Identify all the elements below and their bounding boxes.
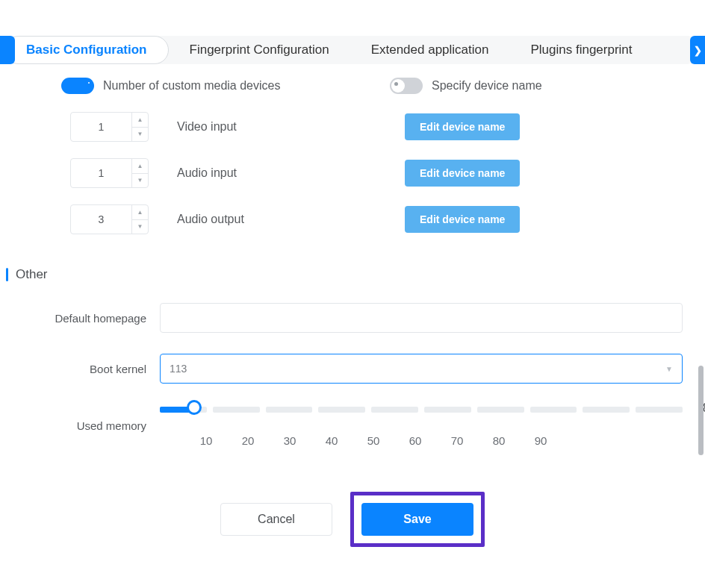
section-title-other: Other: [16, 267, 48, 282]
tab-scroll-left[interactable]: [0, 36, 15, 64]
tab-scroll-right[interactable]: ❯: [690, 36, 705, 64]
boot-kernel-value: 113: [170, 363, 187, 375]
audio-input-label: Audio input: [177, 166, 405, 180]
chevron-up-icon[interactable]: ▲: [132, 205, 148, 220]
boot-kernel-select[interactable]: 113 ▼: [160, 354, 683, 384]
audio-output-label: Audio output: [177, 213, 405, 226]
audio-output-value: 3: [71, 213, 131, 225]
tab-plugins-fingerprint[interactable]: Plugins fingerprint: [509, 36, 653, 64]
video-input-label: Video input: [177, 120, 405, 134]
chevron-down-icon[interactable]: ▼: [132, 174, 148, 188]
edit-audio-input-device-button[interactable]: Edit device name: [405, 160, 520, 187]
save-button[interactable]: Save: [361, 503, 473, 536]
slider-thumb[interactable]: [187, 400, 202, 415]
toggle-specify-device-name[interactable]: [390, 78, 423, 94]
chevron-down-icon[interactable]: ▼: [132, 220, 148, 234]
edit-audio-output-device-button[interactable]: Edit device name: [405, 206, 520, 233]
toggle-custom-media-devices[interactable]: [61, 78, 94, 94]
video-input-value: 1: [71, 121, 131, 133]
audio-input-value: 1: [71, 167, 131, 179]
edit-video-device-button[interactable]: Edit device name: [405, 113, 520, 140]
cancel-button[interactable]: Cancel: [220, 503, 332, 536]
toggle-custom-media-label: Number of custom media devices: [103, 79, 280, 93]
boot-kernel-label: Boot kernel: [13, 363, 160, 375]
chevron-down-icon: ▼: [665, 365, 673, 373]
chevron-right-icon: ❯: [694, 45, 702, 56]
tab-extended-application[interactable]: Extended application: [350, 36, 510, 64]
chevron-down-icon[interactable]: ▼: [132, 128, 148, 142]
default-homepage-label: Default homepage: [13, 312, 160, 325]
used-memory-slider[interactable]: 8% 10 20 30 40 50 60 70 80 90: [160, 404, 683, 447]
chevron-up-icon[interactable]: ▲: [132, 113, 148, 128]
tab-basic-configuration[interactable]: Basic Configuration: [4, 36, 169, 64]
section-accent-bar: [6, 268, 8, 281]
audio-input-stepper[interactable]: 1 ▲ ▼: [70, 158, 149, 188]
video-input-stepper[interactable]: 1 ▲ ▼: [70, 112, 149, 142]
tab-bar: Basic Configuration Fingerprint Configur…: [4, 36, 701, 64]
tab-fingerprint-configuration[interactable]: Fingerprint Configuration: [169, 36, 350, 64]
save-highlight-box: Save: [350, 492, 485, 547]
chevron-up-icon[interactable]: ▲: [132, 159, 148, 174]
used-memory-label: Used memory: [13, 419, 160, 432]
slider-tick-labels: 10 20 30 40 50 60 70 80 90: [160, 434, 683, 447]
scrollbar[interactable]: [698, 366, 704, 455]
audio-output-stepper[interactable]: 3 ▲ ▼: [70, 204, 149, 234]
toggle-specify-device-label: Specify device name: [432, 79, 542, 93]
default-homepage-input[interactable]: [160, 303, 683, 333]
